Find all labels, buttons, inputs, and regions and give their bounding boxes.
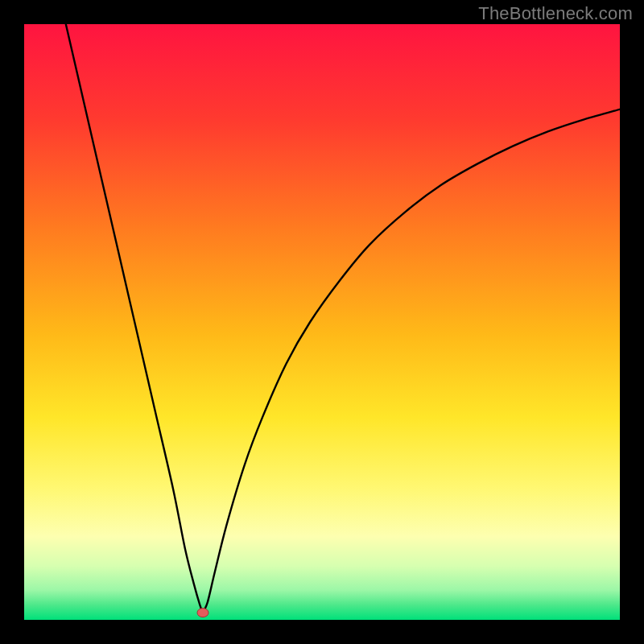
gradient-background bbox=[24, 24, 620, 620]
plot-area bbox=[24, 24, 620, 620]
plot-svg bbox=[24, 24, 620, 620]
watermark-label: TheBottleneck.com bbox=[478, 3, 633, 24]
minimum-marker bbox=[197, 609, 208, 617]
chart-frame: TheBottleneck.com bbox=[0, 0, 644, 644]
